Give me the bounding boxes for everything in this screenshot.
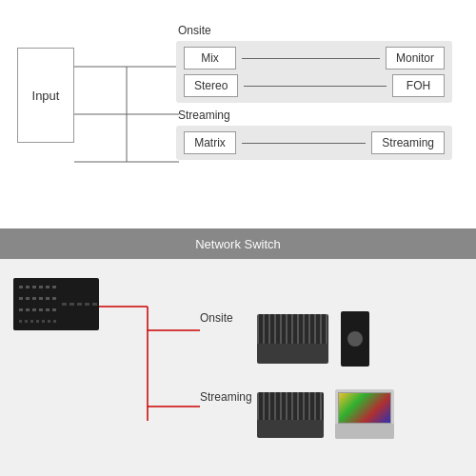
stereo-foh-row: Stereo FOH (184, 74, 445, 97)
monitor-node: Monitor (386, 47, 445, 69)
streaming-group-label: Streaming (176, 109, 452, 122)
matrix-streaming-line (242, 143, 366, 144)
onsite-group: Onsite Mix Monitor Stereo FOH (176, 24, 452, 103)
rack-unit-device (13, 278, 99, 330)
stereo-foh-line (244, 86, 387, 87)
mix-node: Mix (184, 47, 236, 69)
streaming-mixer (257, 392, 324, 438)
onsite-group-bg: Mix Monitor Stereo FOH (176, 41, 452, 103)
network-switch-bar: Network Switch (0, 228, 476, 259)
streaming-group-bg: Matrix Streaming (176, 126, 452, 160)
matrix-streaming-row: Matrix Streaming (184, 131, 445, 154)
input-box: Input (17, 48, 74, 143)
input-label: Input (32, 89, 60, 103)
network-switch-label: Network Switch (195, 237, 281, 251)
streaming-group: Streaming Matrix Streaming (176, 109, 452, 160)
streaming-bottom-label: Streaming (200, 390, 252, 404)
onsite-mixer (257, 314, 328, 364)
streaming-laptop (335, 389, 394, 439)
groups-container: Onsite Mix Monitor Stereo FOH Streaming (176, 24, 452, 166)
mix-monitor-row: Mix Monitor (184, 47, 445, 69)
stereo-node: Stereo (184, 74, 238, 97)
onsite-speaker (341, 311, 369, 367)
connection-lines-svg (74, 29, 179, 195)
onsite-bottom-label: Onsite (200, 311, 233, 325)
bottom-diagram: Network Switch Onsite (0, 228, 476, 476)
onsite-group-label: Onsite (176, 24, 452, 37)
matrix-node: Matrix (184, 131, 236, 154)
streaming-node: Streaming (371, 131, 445, 154)
mix-monitor-line (242, 58, 380, 59)
top-diagram: Input Onsite Mix Monitor Stereo (0, 0, 476, 228)
foh-node: FOH (392, 74, 445, 97)
bottom-content: Onsite Streaming (0, 259, 476, 476)
